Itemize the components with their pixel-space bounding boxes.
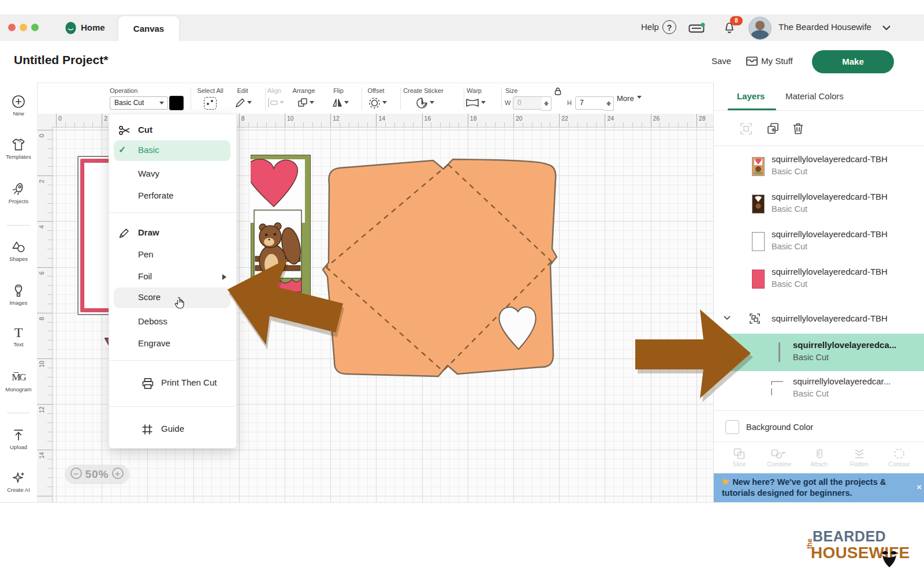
create-sticker-caret[interactable] <box>430 101 434 106</box>
machine-icon[interactable] <box>688 23 706 34</box>
warp-icon[interactable] <box>465 98 479 108</box>
operation-dropdown-menu: Cut ✓ Basic Wavy Perforate Draw Pen Foil… <box>109 114 237 448</box>
slice-button: Slice <box>722 446 757 473</box>
edit-pencil-icon[interactable] <box>234 97 246 109</box>
height-stepper[interactable] <box>604 96 614 111</box>
ruler-label: 26 <box>653 115 660 122</box>
divider <box>7 413 30 413</box>
beginner-banner[interactable]: ☛ New here? We've got all the projects &… <box>714 473 924 502</box>
envelope-shape[interactable] <box>320 153 562 384</box>
zoom-out-button[interactable]: − <box>70 468 82 479</box>
banner-close-icon[interactable]: × <box>916 482 922 492</box>
chevron-down-icon[interactable] <box>882 25 891 31</box>
my-stuff-label[interactable]: My Stuff <box>761 56 793 66</box>
notification-badge: 8 <box>730 16 743 25</box>
sidebar-item-projects[interactable]: Projects <box>0 182 37 204</box>
operation-select[interactable]: Basic Cut <box>110 96 168 110</box>
avatar[interactable] <box>748 17 772 40</box>
create-sticker-icon[interactable] <box>416 97 428 109</box>
sidebar-item-templates[interactable]: Templates <box>0 137 37 160</box>
background-color-row[interactable]: Background Color <box>714 413 924 442</box>
menu-item-pen[interactable]: Pen <box>109 245 236 266</box>
edit-caret[interactable] <box>247 101 252 106</box>
lock-icon[interactable] <box>553 87 562 96</box>
layer-thumbnail <box>752 232 765 251</box>
menu-item-wavy[interactable]: Wavy <box>109 164 236 185</box>
sidebar-item-create-ai[interactable]: Create AI <box>0 470 37 493</box>
menu-item-perforate[interactable]: Perforate <box>109 186 236 207</box>
flip-icon[interactable] <box>331 97 343 109</box>
sidebar-item-shapes[interactable]: Shapes <box>0 240 37 262</box>
menu-item-score[interactable]: Score <box>109 287 236 309</box>
ruler-label: 8 <box>241 115 245 122</box>
upload-icon <box>11 428 26 443</box>
ruler-label: 14 <box>38 450 45 461</box>
help-icon[interactable]: ? <box>662 20 676 34</box>
traffic-light-close[interactable] <box>8 24 16 31</box>
more-button[interactable]: More <box>617 94 642 103</box>
layer-row[interactable]: squirrellylovelayeredcard-TBH Basic Cut <box>714 260 924 297</box>
menu-item-basic[interactable]: ✓ Basic <box>109 140 236 162</box>
offset-icon[interactable] <box>368 97 381 109</box>
divider <box>109 406 236 407</box>
tshirt-icon <box>11 137 26 152</box>
pencil-icon <box>118 227 130 239</box>
layer-actions-bar: Slice Combine Attach Flatten Contour <box>714 446 924 473</box>
layer-row[interactable]: squirrellylovelayeredcard-TBH Basic Cut <box>714 222 924 260</box>
background-color-swatch[interactable] <box>725 420 739 434</box>
slice-icon <box>733 447 746 460</box>
tab-canvas[interactable]: Canvas <box>118 16 179 42</box>
menu-item-foil[interactable]: Foil <box>109 267 236 288</box>
trash-icon[interactable] <box>791 122 805 136</box>
zoom-in-button[interactable]: + <box>112 468 124 479</box>
ruler-label: 12 <box>333 115 340 122</box>
layer-subtitle: Basic Cut <box>772 204 807 214</box>
height-input[interactable]: 7 <box>575 96 605 110</box>
hand-cursor-icon <box>174 297 187 311</box>
width-input[interactable]: 0 <box>513 96 543 110</box>
sidebar-item-new[interactable]: New <box>0 94 37 117</box>
sidebar-item-text[interactable]: T Text <box>0 325 37 347</box>
arrange-caret[interactable] <box>310 101 314 106</box>
help-label[interactable]: Help <box>641 22 659 32</box>
tab-layers[interactable]: Layers <box>737 91 765 101</box>
layer-row[interactable]: squirrellylovelayeredcard-TBH Basic Cut <box>714 147 924 185</box>
warp-caret[interactable] <box>481 101 486 106</box>
banner-text-line2: tutorials designed for beginners. <box>722 488 852 498</box>
sidebar-item-images[interactable]: Images <box>0 283 37 306</box>
select-all-button[interactable] <box>204 97 217 110</box>
arrange-label: Arrange <box>290 87 318 94</box>
make-button[interactable]: Make <box>812 50 894 73</box>
my-stuff-icon[interactable] <box>746 55 758 67</box>
divider <box>109 360 236 361</box>
layer-thumbnail <box>752 157 765 176</box>
project-title[interactable]: Untitled Project* <box>14 53 108 67</box>
combine-icon <box>770 447 788 460</box>
traffic-light-minimize[interactable] <box>20 24 27 31</box>
attach-icon <box>813 447 826 460</box>
save-button[interactable]: Save <box>711 56 731 66</box>
menu-item-draw[interactable]: Draw <box>109 223 236 244</box>
sidebar-item-monogram[interactable]: M̅G Monogram <box>0 370 37 392</box>
sparkle-icon <box>11 470 26 485</box>
offset-caret[interactable] <box>382 101 387 106</box>
tab-home[interactable]: Home <box>81 14 105 41</box>
arrange-icon[interactable] <box>297 97 308 109</box>
ruler-label: 2 <box>38 176 45 186</box>
menu-item-print-then-cut[interactable]: Print Then Cut <box>109 373 236 394</box>
layer-thumbnail-outline <box>770 380 784 397</box>
duplicate-icon[interactable] <box>766 122 780 136</box>
traffic-light-zoom[interactable] <box>31 24 39 31</box>
flip-caret[interactable] <box>344 101 349 106</box>
menu-item-engrave[interactable]: Engrave <box>109 334 236 355</box>
menu-item-deboss[interactable]: Deboss <box>109 312 236 333</box>
menu-item-guide[interactable]: Guide <box>109 419 236 440</box>
width-stepper[interactable] <box>542 96 552 111</box>
tab-material-colors[interactable]: Material Colors <box>785 91 844 101</box>
sidebar-item-upload[interactable]: Upload <box>0 428 37 450</box>
beard-icon <box>880 549 899 569</box>
color-swatch[interactable] <box>169 96 184 110</box>
layer-row[interactable]: squirrellylovelayeredcard-TBH Basic Cut <box>714 185 924 222</box>
account-name[interactable]: The Bearded Housewife <box>778 22 871 32</box>
menu-item-cut[interactable]: Cut <box>109 120 236 141</box>
